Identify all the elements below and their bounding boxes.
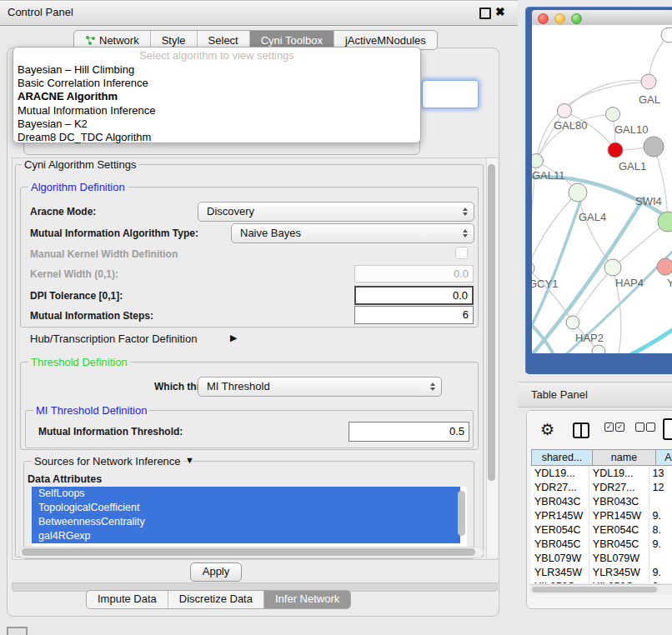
network-node-gal11[interactable] [532, 154, 544, 168]
column-header-name[interactable]: name [593, 449, 656, 466]
table-cell[interactable]: 9. [649, 509, 672, 523]
dropdown-item[interactable]: Mutual Information Inference [16, 104, 418, 118]
collapsed-panel-icon[interactable] [7, 627, 28, 635]
column-view-icon[interactable] [573, 422, 589, 438]
tab-infer-network[interactable]: Infer Network [263, 591, 350, 608]
network-node[interactable] [661, 28, 672, 42]
network-node-gal4[interactable] [569, 183, 587, 202]
zoom-traffic-light-icon[interactable] [571, 13, 582, 24]
network-node-hap4[interactable] [604, 259, 621, 276]
network-node-hap2[interactable] [566, 316, 579, 329]
table-cell[interactable]: 9. [649, 566, 672, 580]
table-hscrollbar-track[interactable] [529, 584, 672, 594]
network-edge[interactable] [624, 330, 672, 353]
tab-impute-data[interactable]: Impute Data [87, 591, 168, 608]
minimize-traffic-light-icon[interactable] [554, 13, 565, 24]
table-cell[interactable]: YDR27... [589, 481, 649, 495]
network-node-gal80[interactable] [558, 104, 572, 118]
mi-type-combobox[interactable]: Naive Bayes [231, 223, 474, 243]
table-cell[interactable]: YDR27... [531, 481, 589, 495]
network-node-gal1[interactable] [608, 142, 623, 158]
table-row[interactable]: YIL052CYIL052C9. [531, 580, 672, 583]
mi-threshold-field[interactable]: 0.5 [349, 422, 469, 442]
table-cell[interactable]: YIL052C [531, 580, 589, 583]
collapse-down-icon[interactable]: ▼ [185, 455, 194, 465]
deselect-all-checkbox-icon[interactable] [646, 422, 655, 432]
table-cell[interactable]: YBL079W [531, 552, 589, 566]
network-node-y[interactable] [657, 258, 672, 275]
horizontal-scrollbar-thumb[interactable] [22, 548, 475, 556]
table-cell[interactable]: 8. [649, 523, 672, 538]
table-cell[interactable]: 9. [649, 580, 672, 583]
dropdown-item[interactable]: Bayesian – Hill Climbing [16, 63, 418, 77]
network-view-canvas[interactable]: GALGAL80GAL10GAL1GAL11GAL4SWI4GCY1HAP4YH… [532, 25, 672, 353]
apply-button[interactable]: Apply [190, 562, 242, 582]
table-cell[interactable]: YDL19... [531, 467, 589, 481]
table-cell[interactable] [649, 552, 672, 566]
network-node[interactable] [644, 137, 664, 157]
function-builder-icon[interactable] [663, 418, 672, 440]
table-cell[interactable]: YLR345W [531, 566, 589, 580]
attribute-item-selected[interactable]: TopologicalCoefficient [32, 501, 460, 515]
table-row[interactable]: YPR145WYPR145W9. [531, 509, 672, 523]
mi-steps-field[interactable]: 6 [354, 306, 474, 324]
select-all-checkbox-icon[interactable]: ✓ [604, 422, 614, 432]
table-cell[interactable]: 9. [649, 538, 672, 552]
network-node-gal10[interactable] [606, 108, 620, 122]
tab-discretize-data[interactable]: Discretize Data [168, 591, 263, 608]
table-cell[interactable]: YIL052C [589, 580, 649, 583]
attribute-item-selected[interactable]: gal4RGexp [32, 529, 460, 543]
table-cell[interactable]: YDL19... [589, 467, 649, 481]
table-row[interactable]: YER054CYER054C8. [531, 523, 672, 538]
data-attributes-list[interactable]: SelfLoops TopologicalCoefficient Between… [32, 487, 467, 547]
table-cell[interactable]: YER054C [531, 523, 589, 538]
table-cell[interactable]: 12 [649, 481, 672, 495]
aracne-mode-combobox[interactable]: Discovery [198, 202, 474, 222]
column-header-shared-name[interactable]: shared... [531, 449, 593, 466]
table-cell[interactable]: YLR345W [589, 566, 649, 580]
table-cell[interactable]: YER054C [589, 523, 649, 538]
sources-title[interactable]: Sources for Network Inference [32, 455, 183, 468]
attributes-scrollbar-thumb[interactable] [458, 491, 465, 536]
table-cell[interactable]: YBR043C [589, 495, 649, 509]
settings-gear-icon[interactable]: ⚙ [540, 420, 554, 439]
close-icon[interactable]: ✖ [495, 5, 505, 18]
table-cell[interactable]: YBL079W [589, 552, 649, 566]
dropdown-item[interactable]: Basic Correlation Inference [16, 77, 418, 90]
kernel-width-field[interactable]: 0.0 [354, 265, 474, 282]
table-cell[interactable]: YBR045C [531, 538, 589, 552]
deselect-all-checkbox-icon[interactable] [635, 422, 644, 432]
table-row[interactable]: YDR27...YDR27...12 [531, 481, 672, 495]
which-threshold-combobox[interactable]: MI Threshold [198, 377, 442, 397]
network-node-swi4[interactable] [658, 212, 672, 232]
settings-scrollbar-thumb[interactable] [488, 164, 495, 481]
table-cell[interactable]: YBR043C [531, 495, 589, 509]
select-all-checkbox-icon[interactable]: ✓ [615, 422, 624, 432]
table-cell[interactable]: YBR045C [589, 538, 649, 552]
table-row[interactable]: YLR345WYLR345W9. [531, 566, 672, 580]
focused-spinner-field[interactable] [422, 80, 479, 108]
table-hscrollbar-thumb[interactable] [532, 587, 657, 592]
network-node-gal[interactable] [641, 74, 656, 89]
column-header-partial[interactable]: A [656, 449, 672, 466]
network-window-titlebar[interactable] [532, 10, 672, 26]
table-cell[interactable]: YPR145W [531, 509, 589, 523]
table-row[interactable]: YDL19...YDL19...13 [531, 467, 672, 481]
table-row[interactable]: YBL079WYBL079W [531, 552, 672, 566]
dropdown-item[interactable]: Bayesian – K2 [16, 118, 418, 131]
attribute-item-selected[interactable]: BetweennessCentrality [32, 515, 460, 529]
table-cell[interactable]: YPR145W [589, 509, 649, 523]
manual-kernel-checkbox[interactable] [455, 247, 468, 259]
table-cell[interactable]: 13 [649, 467, 672, 481]
attribute-item-selected[interactable]: SelfLoops [32, 487, 460, 501]
table-cell[interactable] [649, 495, 672, 509]
hub-section-label[interactable]: Hub/Transcription Factor Definition [30, 332, 197, 345]
table-row[interactable]: YBR045CYBR045C9. [531, 538, 672, 552]
table-row[interactable]: YBR043CYBR043C [531, 495, 672, 509]
dpi-tolerance-field[interactable]: 0.0 [354, 286, 474, 305]
dropdown-item-selected[interactable]: ARACNE Algorithm [16, 90, 418, 103]
network-edge[interactable] [564, 80, 649, 111]
float-window-icon[interactable] [479, 8, 491, 19]
dropdown-item[interactable]: Dream8 DC_TDC Algorithm [16, 131, 418, 144]
close-traffic-light-icon[interactable] [538, 13, 549, 24]
